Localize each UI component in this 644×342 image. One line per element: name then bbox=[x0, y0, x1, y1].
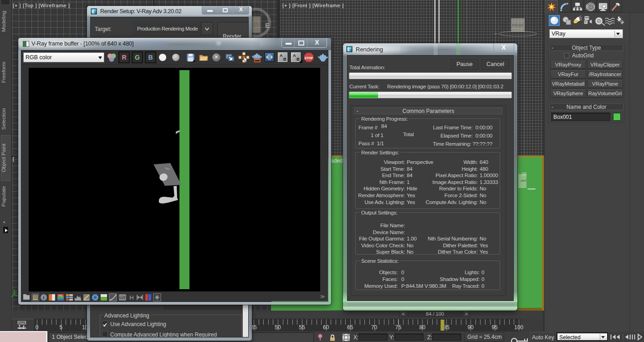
svg-text:H: H bbox=[129, 294, 133, 301]
svg-text:LUT: LUT bbox=[119, 296, 126, 299]
svg-text:y: y bbox=[15, 289, 17, 293]
svg-text:i: i bbox=[43, 295, 45, 300]
svg-text:STOP: STOP bbox=[305, 56, 313, 60]
svg-text:P: P bbox=[254, 22, 258, 29]
svg-text:HSL: HSL bbox=[58, 294, 63, 297]
svg-text:FRONT: FRONT bbox=[512, 23, 524, 27]
svg-text:E: E bbox=[265, 22, 269, 29]
